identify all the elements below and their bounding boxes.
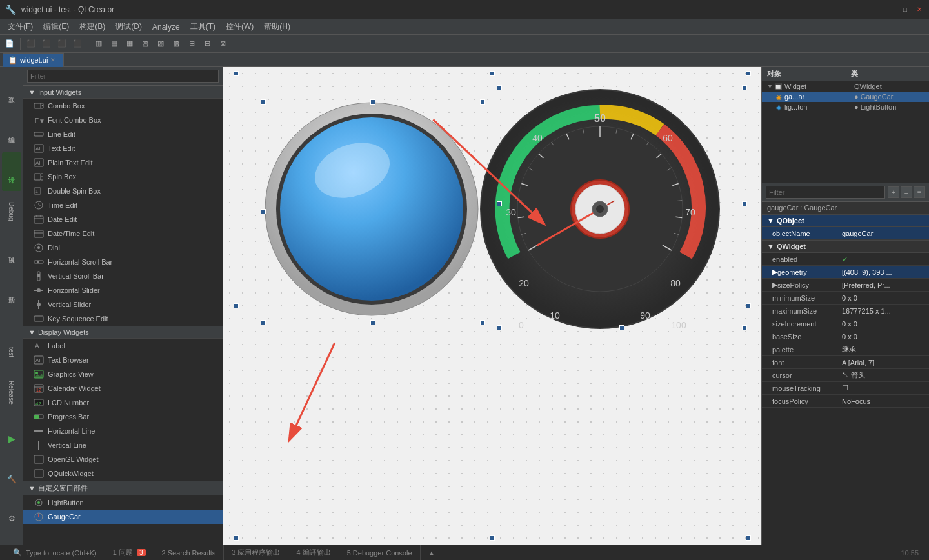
widget-text-edit[interactable]: AI Text Edit: [23, 141, 223, 155]
menu-tools[interactable]: 工具(T): [185, 20, 221, 34]
sidebar-release[interactable]: Release: [2, 373, 21, 412]
handle-bm[interactable]: [490, 535, 495, 541]
prop-focuspolicy[interactable]: focusPolicy NoFocus: [762, 395, 929, 408]
filter-more-btn[interactable]: ≡: [914, 186, 925, 198]
prop-sizepolicy-val[interactable]: [Preferred, Pr...: [839, 279, 929, 291]
prop-enabled[interactable]: enabled ✓: [762, 253, 929, 266]
widget-font-combo-box[interactable]: F▼ Font Combo Box: [23, 113, 223, 127]
widget-date-edit[interactable]: Date Edit: [23, 212, 223, 226]
close-button[interactable]: ✕: [915, 5, 924, 14]
widget-filter-input[interactable]: [27, 70, 219, 83]
circle-handle-ml[interactable]: [261, 209, 266, 214]
toolbar-layout9[interactable]: ⊠: [215, 37, 230, 51]
prop-cursor[interactable]: cursor ↖ 箭头: [762, 369, 929, 382]
toolbar-btn3[interactable]: ⬛: [55, 37, 69, 51]
widget-time-edit[interactable]: Time Edit: [23, 198, 223, 212]
prop-palette[interactable]: palette 继承: [762, 343, 929, 356]
tree-row-lightbutton[interactable]: ◉ lig...ton ● LightButton: [762, 102, 929, 112]
filter-add-btn[interactable]: +: [888, 186, 899, 198]
prop-maxsize-val[interactable]: 16777215 x 1...: [839, 305, 929, 317]
handle-ml[interactable]: [234, 303, 239, 308]
widget-combo-box[interactable]: Combo Box: [23, 99, 223, 113]
widget-datetime-edit[interactable]: Date/Time Edit: [23, 226, 223, 241]
menu-analyze[interactable]: Analyze: [147, 21, 185, 33]
menu-file[interactable]: 文件(F): [3, 20, 38, 34]
prop-font-val[interactable]: A [Arial, 7]: [839, 356, 929, 368]
prop-minsize-val[interactable]: 0 x 0: [839, 292, 929, 304]
section-display-widgets[interactable]: ▼ Display Widgets: [23, 326, 223, 339]
widget-dial[interactable]: Dial: [23, 241, 223, 255]
widget-hscrollbar[interactable]: Horizontal Scroll Bar: [23, 255, 223, 269]
widget-plain-text-edit[interactable]: AI Plain Text Edit: [23, 155, 223, 170]
prop-cursor-val[interactable]: ↖ 箭头: [839, 369, 929, 381]
circle-handle-bm[interactable]: [370, 320, 375, 325]
prop-enabled-val[interactable]: ✓: [839, 253, 929, 265]
gauge-handle-br[interactable]: [742, 325, 747, 330]
prop-focuspolicy-val[interactable]: NoFocus: [839, 395, 929, 407]
prop-sizepolicy[interactable]: ▶sizePolicy [Preferred, Pr...: [762, 279, 929, 292]
widget-vslider[interactable]: Vertical Slider: [23, 297, 223, 312]
tree-row-widget[interactable]: ▼ 🔲 Widget QWidget: [762, 81, 929, 92]
section-input-widgets[interactable]: ▼ Input Widgets: [23, 86, 223, 99]
sidebar-run[interactable]: ▶: [2, 419, 21, 458]
sidebar-help[interactable]: 帮助: [2, 272, 21, 311]
prop-minimumsize[interactable]: minimumSize 0 x 0: [762, 292, 929, 305]
circle-handle-tm[interactable]: [370, 99, 375, 105]
light-button-widget[interactable]: [262, 99, 481, 319]
maximize-button[interactable]: □: [901, 5, 910, 14]
menu-edit[interactable]: 编辑(E): [38, 20, 74, 34]
toolbar-layout5[interactable]: ▨: [154, 37, 168, 51]
widget-expand[interactable]: ▼: [767, 83, 773, 90]
status-search[interactable]: 🔍 Type to locate (Ctrl+K): [5, 545, 105, 560]
toolbar-layout6[interactable]: ▩: [169, 37, 183, 51]
toolbar-btn2[interactable]: ⬛: [39, 37, 54, 51]
prop-geometry-val[interactable]: [(408, 9), 393 ...: [839, 266, 929, 278]
handle-mr[interactable]: [746, 303, 751, 308]
toolbar-layout2[interactable]: ▤: [107, 37, 121, 51]
gauge-handle-bl[interactable]: [497, 325, 502, 330]
widget-hline[interactable]: Horizontal Line: [23, 424, 223, 438]
prop-font[interactable]: font A [Arial, 7]: [762, 356, 929, 369]
section-custom-widgets[interactable]: ▼ 自定义窗口部件: [23, 481, 223, 495]
toolbar-layout3[interactable]: ▦: [123, 37, 137, 51]
sidebar-welcome[interactable]: 欢迎: [2, 72, 21, 111]
gauge-handle-tl[interactable]: [497, 85, 502, 90]
widget-qquick[interactable]: QQuickWidget: [23, 466, 223, 481]
status-problems[interactable]: 1 问题 3: [105, 545, 154, 560]
toolbar-layout7[interactable]: ⊞: [185, 37, 199, 51]
prop-objectname-val[interactable]: gaugeCar: [839, 227, 929, 239]
menu-debug[interactable]: 调试(D): [110, 20, 147, 34]
toolbar-layout8[interactable]: ⊟: [200, 37, 214, 51]
menu-widgets[interactable]: 控件(W): [221, 20, 259, 34]
sidebar-design[interactable]: 设计: [2, 152, 21, 191]
geometry-expand-arrow[interactable]: ▶: [772, 268, 777, 276]
widget-gaugecar[interactable]: GaugeCar: [23, 510, 223, 524]
widget-graphics-view[interactable]: Graphics View: [23, 367, 223, 381]
sidebar-settings[interactable]: ⚙: [2, 499, 21, 538]
props-section-qobject[interactable]: ▼ QObject: [762, 214, 929, 227]
sidebar-project[interactable]: 项目: [2, 232, 21, 271]
props-section-qwidget[interactable]: ▼ QWidget: [762, 240, 929, 253]
prop-sizeinc-val[interactable]: 0 x 0: [839, 317, 929, 330]
widget-lcd-number[interactable]: 42 LCD Number: [23, 395, 223, 410]
status-up-arrow[interactable]: ▲: [421, 545, 444, 560]
widget-keyseq-edit[interactable]: Key Sequence Edit: [23, 312, 223, 326]
handle-tr[interactable]: [746, 71, 751, 76]
handle-tm[interactable]: [490, 71, 495, 76]
gauge-handle-bm[interactable]: [619, 325, 624, 330]
gauge-handle-mr[interactable]: [742, 201, 747, 206]
widget-line-edit[interactable]: Line Edit: [23, 127, 223, 141]
prop-mousetracking-val[interactable]: ☐: [839, 382, 929, 394]
prop-objectname[interactable]: objectName gaugeCar: [762, 227, 929, 240]
handle-tl[interactable]: [234, 71, 239, 76]
prop-basesize-val[interactable]: 0 x 0: [839, 330, 929, 343]
gauge-handle-tr[interactable]: [742, 85, 747, 90]
widget-label[interactable]: A Label: [23, 339, 223, 353]
menu-build[interactable]: 构建(B): [74, 20, 110, 34]
handle-br[interactable]: [746, 535, 751, 541]
prop-palette-val[interactable]: 继承: [839, 343, 929, 355]
tab-widget-ui[interactable]: 📋 widget.ui ✕: [3, 53, 64, 67]
tab-close-button[interactable]: ✕: [50, 57, 55, 63]
circle-handle-bl[interactable]: [261, 320, 266, 325]
widget-calendar[interactable]: 12 Calendar Widget: [23, 381, 223, 395]
